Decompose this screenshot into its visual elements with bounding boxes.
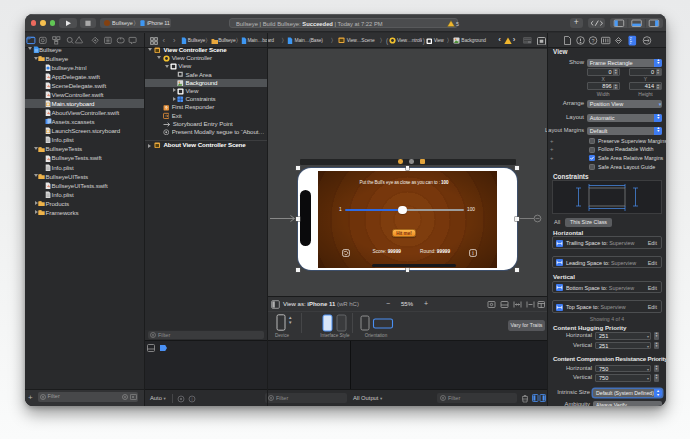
- svg-text:?: ?: [591, 38, 594, 44]
- svg-text:i: i: [192, 397, 193, 402]
